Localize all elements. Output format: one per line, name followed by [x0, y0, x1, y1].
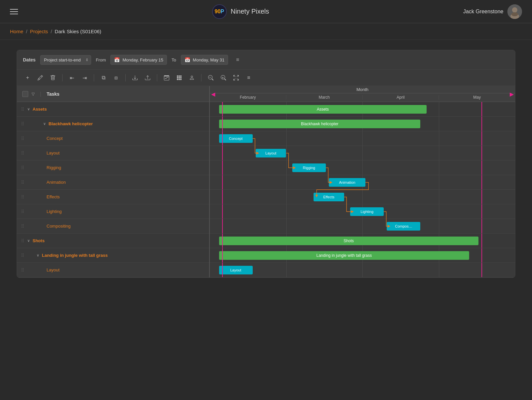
- task-left: ⠿ Rigging: [17, 160, 210, 175]
- bar-blackhawk[interactable]: Blackhawk helicopter: [219, 120, 421, 128]
- upload-button[interactable]: [143, 73, 152, 82]
- drag-handle-icon: ⠿: [21, 253, 25, 258]
- zoom-out-button[interactable]: [206, 73, 215, 82]
- gantt-row-concept: Concept: [210, 131, 515, 146]
- task-row: ⠿ Layout: [17, 146, 209, 160]
- bar-landing[interactable]: Landing in jungle with tall grass: [219, 251, 469, 260]
- zoom-in-button[interactable]: [219, 73, 228, 82]
- edit-button[interactable]: [36, 73, 45, 82]
- task-left: ⠿ Layout: [17, 263, 210, 277]
- separator-4: [157, 74, 157, 81]
- month-march: March: [286, 95, 363, 100]
- drag-handle-icon: ⠿: [21, 238, 25, 244]
- bar-layout-sub[interactable]: Layout: [219, 266, 253, 274]
- copy-button[interactable]: ⧉: [99, 73, 108, 82]
- month-columns: February March April May: [210, 93, 515, 102]
- expand-icon[interactable]: ∨: [43, 122, 46, 126]
- toolbar-menu-icon[interactable]: ≡: [236, 57, 239, 63]
- header-left: [10, 9, 18, 14]
- calendar-button[interactable]: [162, 73, 171, 82]
- action-toolbar: + ⇤ ⇥ ⧉ ⧈: [17, 70, 515, 86]
- logo-ninety: 90: [214, 9, 220, 15]
- bar-concept[interactable]: Concept: [219, 134, 253, 143]
- expand-icon[interactable]: ∨: [27, 107, 30, 111]
- person-button[interactable]: [187, 73, 197, 82]
- options-button[interactable]: ≡: [244, 73, 253, 82]
- task-left: ⠿ ∨ Blackhawk helicopter: [17, 117, 210, 131]
- expand-icon[interactable]: ∨: [37, 253, 39, 257]
- download-button[interactable]: [130, 73, 140, 82]
- task-name: Landing in jungle with tall grass: [42, 253, 108, 258]
- svg-point-1: [512, 7, 517, 13]
- task-name: Assets: [33, 107, 47, 112]
- task-row: ⠿ ∨ Landing in jungle with tall grass: [17, 248, 209, 263]
- drag-handle-icon: ⠿: [21, 136, 25, 141]
- user-name: Jack Greenstone: [463, 9, 503, 15]
- task-row: ⠿ ∨ Blackhawk helicopter: [17, 117, 209, 131]
- task-name: Blackhawk helicopter: [49, 121, 93, 126]
- bar-layout[interactable]: Layout: [256, 149, 286, 157]
- task-row: ⠿ Rigging: [17, 160, 209, 175]
- bar-shots[interactable]: Shots: [219, 237, 478, 245]
- to-date-input[interactable]: 📅 Monday, May 31: [181, 55, 228, 65]
- main-content: Dates Project start-to-end From 📅 Monday…: [0, 40, 532, 288]
- nav-marker-right-icon[interactable]: ▶: [508, 91, 515, 97]
- hamburger-icon[interactable]: [10, 9, 18, 14]
- delete-button[interactable]: [48, 73, 58, 82]
- drag-handle-icon: ⠿: [21, 224, 25, 229]
- add-button[interactable]: +: [23, 73, 32, 82]
- bar-assets[interactable]: Assets: [219, 105, 427, 114]
- drag-handle-icon: ⠿: [21, 165, 25, 170]
- bar-effects[interactable]: Effects: [314, 193, 344, 201]
- indent-right-button[interactable]: ⇥: [80, 73, 89, 82]
- month-header: Month February March April May ◀ ▶: [210, 86, 515, 102]
- bar-lighting[interactable]: Lighting: [350, 207, 384, 216]
- expand-icon[interactable]: ∨: [27, 239, 30, 243]
- gantt-row-assets: Assets: [210, 102, 515, 117]
- gantt-row-rigging: Rigging: [210, 160, 515, 175]
- logo-badge: 90P: [212, 4, 227, 19]
- collapse-all-icon[interactable]: ▽: [32, 92, 35, 96]
- from-date-input[interactable]: 📅 Monday, February 15: [110, 55, 167, 65]
- gantt-row-shots: Shots: [210, 234, 515, 248]
- bar-animation[interactable]: Animation: [329, 178, 365, 187]
- header-right: Jack Greenstone: [463, 4, 522, 19]
- drag-handle-icon: ⠿: [21, 209, 25, 214]
- dates-select[interactable]: Project start-to-end: [40, 55, 91, 65]
- to-date-value: Monday, May 31: [193, 57, 224, 62]
- bar-rigging[interactable]: Rigging: [292, 163, 326, 172]
- drag-handle-icon: ⠿: [21, 121, 25, 127]
- select-all-checkbox[interactable]: [22, 91, 28, 97]
- drag-handle-icon: ⠿: [21, 267, 25, 273]
- gantt-row-layout-sub: Layout: [210, 263, 515, 277]
- fullscreen-button[interactable]: [231, 73, 241, 82]
- breadcrumb-home[interactable]: Home: [10, 29, 23, 34]
- app-name: Ninety Pixels: [231, 8, 269, 15]
- breadcrumb-current: Dark Skies (S01E06): [55, 29, 101, 34]
- month-may: May: [439, 95, 515, 100]
- task-name: Shots: [33, 238, 45, 243]
- dates-select-wrapper[interactable]: Project start-to-end: [40, 55, 91, 65]
- drag-handle-icon: ⠿: [21, 150, 25, 156]
- task-name: Lighting: [47, 209, 62, 214]
- bar-compositing[interactable]: Compos…: [387, 222, 420, 231]
- indent-left-button[interactable]: ⇤: [67, 73, 76, 82]
- grid-button[interactable]: [175, 73, 184, 82]
- task-left: ⠿ Compositing: [17, 219, 210, 233]
- breadcrumb-projects[interactable]: Projects: [30, 29, 48, 34]
- paste-button[interactable]: ⧈: [111, 73, 121, 82]
- task-name: Animation: [47, 180, 66, 185]
- task-name: Effects: [47, 194, 60, 199]
- task-left: ⠿ ∨ Shots: [17, 234, 210, 248]
- task-row: ⠿ ∨ Shots: [17, 234, 209, 248]
- gantt-row-blackhawk: Blackhawk helicopter: [210, 117, 515, 131]
- calendar-icon-to: 📅: [185, 57, 190, 62]
- logo-p: P: [220, 9, 224, 15]
- tasks-column-header: Tasks: [47, 91, 60, 97]
- task-row: ⠿ ∨ Assets: [17, 102, 209, 117]
- task-left: ⠿ Animation: [17, 175, 210, 189]
- gantt-body: ▽ | Tasks ⠿ ∨ Assets ⠿: [17, 86, 515, 277]
- tasks-panel-header: ▽ | Tasks: [17, 86, 209, 102]
- nav-marker-left-icon[interactable]: ◀: [210, 91, 216, 97]
- task-row: ⠿ Layout: [17, 263, 209, 277]
